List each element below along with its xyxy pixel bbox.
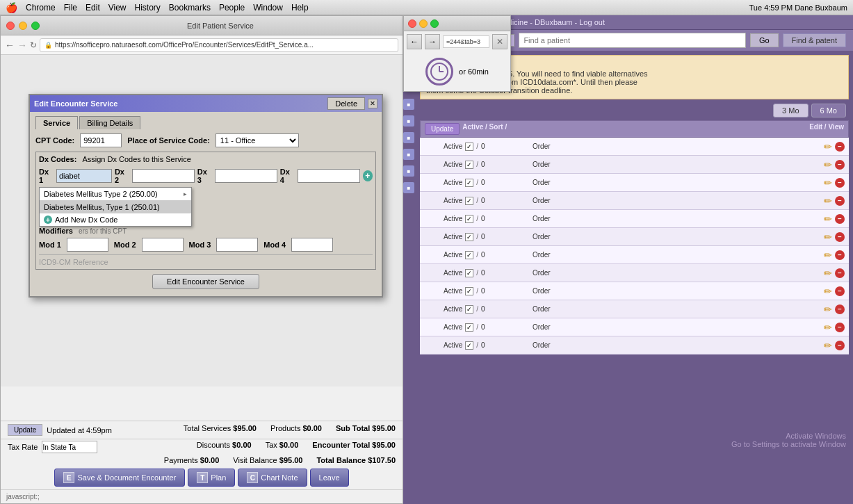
cpt-label: CPT Code: xyxy=(35,136,74,145)
active-checkbox[interactable]: ✓ xyxy=(465,233,473,241)
reload-icon[interactable]: ↻ xyxy=(30,40,37,50)
sidebar-icon-1[interactable]: ■ xyxy=(403,99,414,110)
active-checkbox[interactable]: ✓ xyxy=(465,341,473,350)
tab-billing-details[interactable]: Billing Details xyxy=(79,116,140,129)
delete-circle-button[interactable]: − xyxy=(835,232,845,242)
plan-button[interactable]: T Plan xyxy=(188,469,235,487)
sidebar-icon-4[interactable]: ■ xyxy=(403,149,414,160)
dx-dropdown[interactable]: Diabetes Mellitus Type 2 (250.00) ▸ Diab… xyxy=(39,187,192,227)
delete-circle-button[interactable]: − xyxy=(835,160,845,170)
dx3-input[interactable] xyxy=(215,169,277,183)
mod1-input[interactable] xyxy=(67,238,108,252)
leave-button[interactable]: Leave xyxy=(310,469,349,487)
apple-menu[interactable]: 🍎 xyxy=(6,2,17,13)
delete-circle-button[interactable]: − xyxy=(835,268,845,278)
add-dx-button[interactable]: + xyxy=(363,170,373,181)
menu-bar-right: Tue 4:59 PM Dane Buxbaum xyxy=(749,3,847,12)
delete-circle-button[interactable]: − xyxy=(835,178,845,188)
tab-service[interactable]: Service xyxy=(35,116,78,129)
active-checkbox[interactable]: ✓ xyxy=(465,215,473,223)
active-checkbox[interactable]: ✓ xyxy=(465,323,473,332)
mod4-input[interactable] xyxy=(291,238,333,252)
popup-minimize-button[interactable] xyxy=(419,19,428,28)
mod2-input[interactable] xyxy=(142,238,184,252)
url-bar[interactable]: 🔒 https://nsofficepro.naturaesoft.com/Of… xyxy=(40,38,398,52)
dx1-input[interactable] xyxy=(56,169,112,183)
active-checkbox[interactable]: ✓ xyxy=(465,251,473,259)
mod3-input[interactable] xyxy=(216,238,258,252)
delete-circle-button[interactable]: − xyxy=(835,286,845,296)
active-checkbox[interactable]: ✓ xyxy=(465,161,473,169)
edit-pencil-icon[interactable]: ✏ xyxy=(824,159,832,170)
edit-service-button[interactable]: Edit Encounter Service xyxy=(152,274,259,289)
tab-6mo[interactable]: 6 Mo xyxy=(811,104,846,117)
menu-help[interactable]: Help xyxy=(291,3,309,13)
popup-close-button[interactable] xyxy=(408,19,416,28)
edit-pencil-icon[interactable]: ✏ xyxy=(824,250,832,261)
find-patient-input[interactable] xyxy=(519,33,746,48)
cpt-input[interactable] xyxy=(80,133,122,147)
sidebar-icon-6[interactable]: ■ xyxy=(403,182,414,193)
pos-select[interactable]: 11 - Office xyxy=(216,133,299,147)
popup-x-button[interactable]: ✕ xyxy=(492,34,507,49)
forward-icon[interactable]: → xyxy=(17,40,27,51)
back-icon[interactable]: ← xyxy=(5,40,15,51)
sidebar-icon-3[interactable]: ■ xyxy=(403,132,414,143)
active-checkbox[interactable]: ✓ xyxy=(465,305,473,314)
update-encounter-button[interactable]: Update xyxy=(8,424,42,436)
edit-pencil-icon[interactable]: ✏ xyxy=(824,177,832,188)
active-checkbox[interactable]: ✓ xyxy=(465,269,473,277)
dx-dropdown-item-2[interactable]: Diabetes Mellitus, Type 1 (250.01) xyxy=(40,201,191,213)
delete-circle-button[interactable]: − xyxy=(835,323,845,332)
sidebar-icon-5[interactable]: ■ xyxy=(403,165,414,177)
edit-pencil-icon[interactable]: ✏ xyxy=(824,268,832,279)
dx-dropdown-item-1[interactable]: Diabetes Mellitus Type 2 (250.00) ▸ xyxy=(40,188,191,200)
chart-note-button[interactable]: C Chart Note xyxy=(238,469,307,487)
active-checkbox[interactable]: ✓ xyxy=(465,143,473,151)
delete-circle-button[interactable]: − xyxy=(835,304,845,314)
delete-button[interactable]: Delete xyxy=(327,97,365,110)
edit-pencil-icon[interactable]: ✏ xyxy=(824,304,832,315)
save-document-button[interactable]: E Save & Document Encounter xyxy=(54,469,185,487)
delete-circle-button[interactable]: − xyxy=(835,214,845,224)
modal-close-icon[interactable]: ✕ xyxy=(368,99,377,108)
find-patent-button[interactable]: Find & patent xyxy=(783,33,846,47)
active-checkbox[interactable]: ✓ xyxy=(465,179,473,187)
edit-pencil-icon[interactable]: ✏ xyxy=(824,195,832,206)
edit-pencil-icon[interactable]: ✏ xyxy=(824,340,832,351)
menu-view[interactable]: View xyxy=(108,3,127,13)
delete-circle-button[interactable]: − xyxy=(835,142,845,152)
tab-3mo[interactable]: 3 Mo xyxy=(773,104,808,117)
minimize-button[interactable] xyxy=(19,22,27,30)
menu-people[interactable]: People xyxy=(219,3,245,13)
sidebar-icon-2[interactable]: ■ xyxy=(403,115,414,127)
active-checkbox[interactable]: ✓ xyxy=(465,197,473,205)
edit-pencil-icon[interactable]: ✏ xyxy=(824,231,832,243)
dx2-input[interactable] xyxy=(132,169,195,183)
menu-bookmarks[interactable]: Bookmarks xyxy=(169,3,211,13)
maximize-button[interactable] xyxy=(31,22,40,30)
edit-pencil-icon[interactable]: ✏ xyxy=(824,286,832,297)
delete-circle-button[interactable]: − xyxy=(835,341,845,350)
menu-file[interactable]: File xyxy=(64,3,77,13)
table-update-button[interactable]: Update xyxy=(425,123,460,135)
menu-chrome[interactable]: Chrome xyxy=(26,3,56,13)
dx4-input[interactable] xyxy=(298,169,360,183)
edit-pencil-icon[interactable]: ✏ xyxy=(824,322,832,333)
menu-edit[interactable]: Edit xyxy=(86,3,100,13)
row-actions: ✏ − xyxy=(824,159,845,170)
go-button[interactable]: Go xyxy=(750,33,779,47)
delete-circle-button[interactable]: − xyxy=(835,250,845,260)
close-button[interactable] xyxy=(6,22,15,30)
popup-back-button[interactable]: ← xyxy=(407,34,422,49)
tax-rate-input[interactable] xyxy=(42,441,97,453)
popup-forward-button[interactable]: → xyxy=(425,34,440,49)
edit-pencil-icon[interactable]: ✏ xyxy=(824,141,832,152)
add-new-dx-item[interactable]: + Add New Dx Code xyxy=(40,213,191,226)
popup-maximize-button[interactable] xyxy=(430,19,439,28)
active-checkbox[interactable]: ✓ xyxy=(465,287,473,295)
menu-history[interactable]: History xyxy=(135,3,161,13)
delete-circle-button[interactable]: − xyxy=(835,196,845,206)
menu-window[interactable]: Window xyxy=(253,3,283,13)
edit-pencil-icon[interactable]: ✏ xyxy=(824,213,832,225)
